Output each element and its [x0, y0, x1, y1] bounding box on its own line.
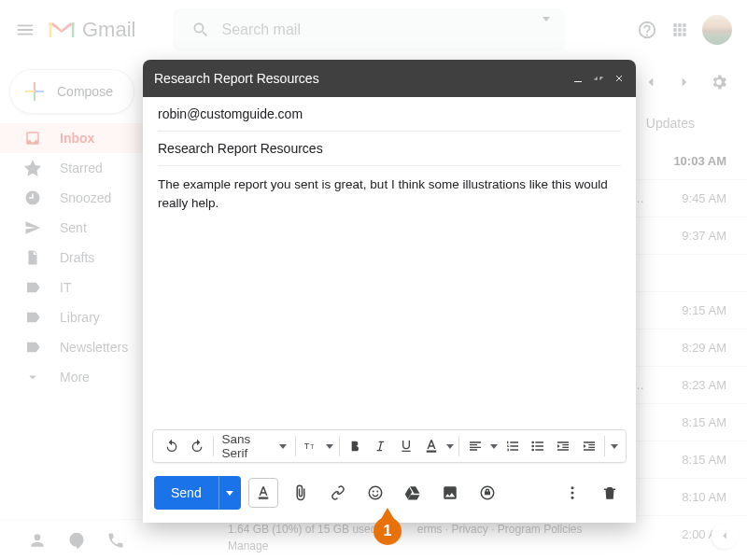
svg-point-9: [372, 491, 374, 493]
bulleted-list-icon[interactable]: [526, 432, 551, 460]
text-formatting-toggle-icon[interactable]: [248, 478, 278, 508]
tutorial-callout: 1: [372, 508, 403, 549]
underline-icon[interactable]: [393, 432, 418, 460]
svg-point-10: [376, 491, 378, 493]
svg-point-11: [571, 486, 574, 489]
svg-point-4: [531, 441, 534, 444]
close-icon[interactable]: [613, 73, 625, 84]
insert-link-icon[interactable]: [323, 478, 353, 508]
font-size-dropdown-icon[interactable]: [324, 432, 336, 460]
indent-more-icon[interactable]: [576, 432, 601, 460]
compose-titlebar[interactable]: Research Report Resources: [143, 60, 636, 97]
svg-text:T: T: [304, 441, 310, 451]
compose-window: Research Report Resources robin@customgu…: [143, 60, 636, 523]
undo-icon[interactable]: [159, 432, 184, 460]
insert-emoji-icon[interactable]: [360, 478, 390, 508]
svg-point-5: [531, 445, 534, 448]
svg-rect-7: [258, 497, 268, 499]
align-dropdown-icon[interactable]: [488, 432, 500, 460]
italic-icon[interactable]: [368, 432, 393, 460]
insert-drive-icon[interactable]: [398, 478, 428, 508]
svg-point-8: [369, 486, 382, 499]
numbered-list-icon[interactable]: [500, 432, 525, 460]
font-size-icon[interactable]: TT: [299, 432, 324, 460]
font-family-selector[interactable]: Sans Serif: [216, 432, 291, 460]
chevron-down-icon: [226, 491, 233, 496]
discard-draft-icon[interactable]: [595, 478, 625, 508]
formatting-toolbar: Sans Serif TT: [152, 429, 627, 463]
text-color-dropdown-icon[interactable]: [444, 432, 457, 460]
align-icon[interactable]: [462, 432, 487, 460]
compose-title: Research Report Resources: [154, 71, 572, 86]
send-button[interactable]: Send: [154, 476, 218, 510]
svg-rect-3: [427, 451, 437, 453]
compose-body[interactable]: The example report you sent is great, bu…: [143, 166, 636, 429]
svg-text:T: T: [311, 443, 315, 450]
chevron-down-icon: [279, 444, 287, 449]
svg-point-12: [571, 492, 574, 495]
more-options-icon[interactable]: [557, 478, 587, 508]
callout-number: 1: [384, 523, 392, 539]
svg-point-13: [571, 497, 574, 499]
exit-fullscreen-icon[interactable]: [593, 73, 604, 84]
send-button-group: Send: [154, 476, 241, 510]
attach-file-icon[interactable]: [286, 478, 316, 508]
svg-point-6: [531, 449, 534, 452]
send-options-dropdown[interactable]: [218, 476, 241, 510]
more-formatting-dropdown-icon[interactable]: [608, 432, 620, 460]
confidential-mode-icon[interactable]: [472, 478, 502, 508]
compose-subject-field[interactable]: Research Report Resources: [158, 132, 621, 166]
minimize-icon[interactable]: [572, 73, 584, 84]
text-color-icon[interactable]: [418, 432, 444, 460]
indent-less-icon[interactable]: [551, 432, 576, 460]
insert-photo-icon[interactable]: [435, 478, 465, 508]
bold-icon[interactable]: [343, 432, 368, 460]
redo-icon[interactable]: [184, 432, 209, 460]
compose-to-field[interactable]: robin@customguide.com: [158, 97, 621, 132]
